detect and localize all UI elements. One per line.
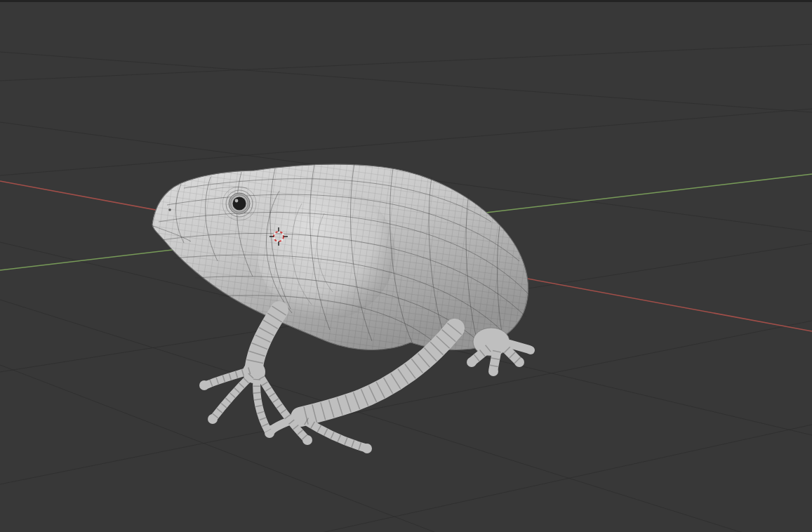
scene-canvas <box>0 0 812 532</box>
frog-eye <box>229 193 250 214</box>
frog-front-arm <box>199 310 312 445</box>
frog-nostril <box>168 208 171 211</box>
window-top-edge <box>0 0 812 2</box>
frog-model[interactable] <box>152 164 535 453</box>
frog-mesh-overlay <box>152 164 528 350</box>
frog-hind-foot <box>467 328 535 376</box>
3d-viewport[interactable] <box>0 0 812 532</box>
